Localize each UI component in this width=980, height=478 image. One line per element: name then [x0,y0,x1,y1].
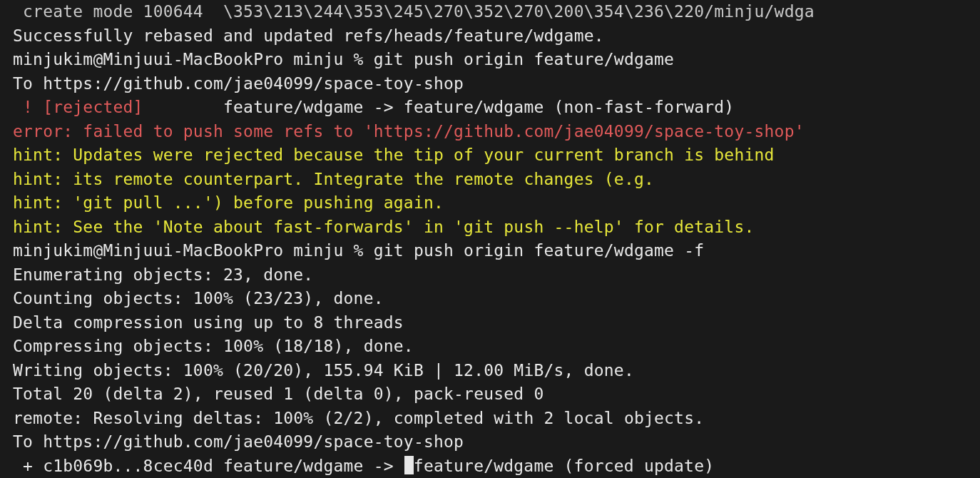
terminal-line: Counting objects: 100% (23/23), done. [13,287,980,311]
terminal-line: ! [rejected] feature/wdgame -> feature/w… [13,96,980,120]
terminal-text: minjukim@Minjuui-MacBookPro minju % git … [13,241,704,260]
terminal-text: Successfully rebased and updated refs/he… [13,26,604,45]
terminal-line: minjukim@Minjuui-MacBookPro minju % git … [13,239,980,263]
terminal-text: feature/wdgame (forced update) [414,457,714,475]
terminal-text: Delta compression using up to 8 threads [13,313,404,332]
terminal-line: error: failed to push some refs to 'http… [13,120,980,144]
terminal-line: Enumerating objects: 23, done. [13,263,980,288]
cursor-icon [404,456,414,474]
terminal-text: To https://github.com/jae04099/space-toy… [13,74,464,93]
terminal-line: Successfully rebased and updated refs/he… [13,24,980,49]
terminal-text: remote: Resolving deltas: 100% (2/2), co… [13,409,704,427]
terminal-text: Enumerating objects: 23, done. [13,265,313,284]
terminal-text: create mode 100644 \353\213\244\353\245\… [13,2,815,21]
terminal-text: feature/wdgame -> feature/wdgame (non-fa… [223,98,734,116]
terminal-line: hint: 'git pull ...') before pushing aga… [13,191,980,215]
terminal-line: hint: Updates were rejected because the … [13,143,980,168]
terminal-line: Compressing objects: 100% (18/18), done. [13,335,980,359]
terminal-line: + c1b069b...8cec40d feature/wdgame -> fe… [13,454,980,479]
terminal-line: hint: See the 'Note about fast-forwards'… [13,215,980,240]
terminal-text: hint: 'git pull ...') before pushing aga… [13,193,444,212]
terminal-text: hint: See the 'Note about fast-forwards'… [13,218,755,236]
terminal-text: Writing objects: 100% (20/20), 155.94 Ki… [13,361,634,380]
terminal-text: To https://github.com/jae04099/space-toy… [13,432,464,451]
terminal-line: Writing objects: 100% (20/20), 155.94 Ki… [13,359,980,383]
terminal-text: minjukim@Minjuui-MacBookPro minju % git … [13,50,674,68]
terminal-line: create mode 100644 \353\213\244\353\245\… [13,0,980,24]
terminal-line: To https://github.com/jae04099/space-toy… [13,72,980,96]
terminal-line: Delta compression using up to 8 threads [13,311,980,335]
terminal-line: minjukim@Minjuui-MacBookPro minju % git … [13,48,980,72]
terminal-text: Compressing objects: 100% (18/18), done. [13,337,414,355]
terminal-line: remote: Resolving deltas: 100% (2/2), co… [13,407,980,431]
terminal-text: Counting objects: 100% (23/23), done. [13,289,384,307]
terminal-output[interactable]: create mode 100644 \353\213\244\353\245\… [0,0,980,478]
terminal-text: error: failed to push some refs to 'http… [13,122,805,141]
terminal-text: + c1b069b...8cec40d feature/wdgame -> [13,457,404,475]
terminal-line: Total 20 (delta 2), reused 1 (delta 0), … [13,382,980,407]
terminal-text: ! [rejected] [13,98,223,116]
terminal-text: hint: its remote counterpart. Integrate … [13,170,654,188]
terminal-line: To https://github.com/jae04099/space-toy… [13,430,980,454]
terminal-text: Total 20 (delta 2), reused 1 (delta 0), … [13,385,544,403]
terminal-text: hint: Updates were rejected because the … [13,146,775,164]
terminal-line: hint: its remote counterpart. Integrate … [13,168,980,192]
